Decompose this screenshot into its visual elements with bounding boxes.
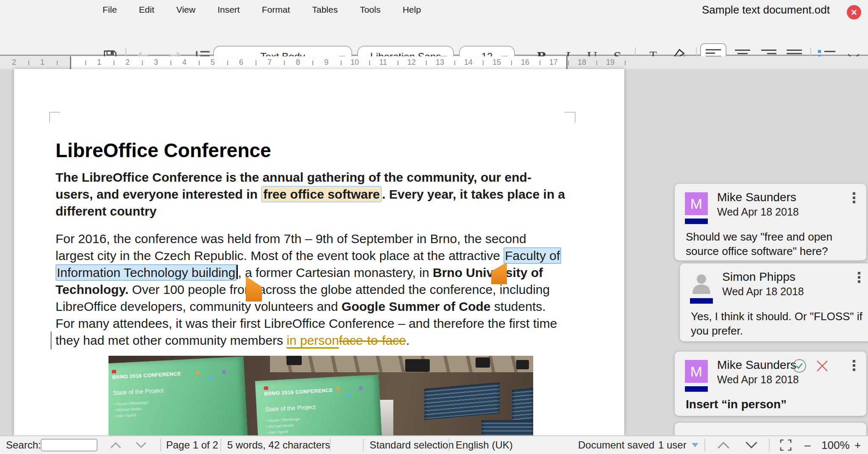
menu-tables[interactable]: Tables (312, 5, 338, 15)
menu-file[interactable]: File (103, 5, 117, 15)
menu-view[interactable]: View (176, 5, 195, 15)
comment-date: Wed Apr 18 2018 (717, 374, 799, 386)
ruler-number: 2 (12, 58, 16, 67)
ruler-number: 3 (154, 58, 158, 67)
search-next-button[interactable] (135, 436, 147, 454)
ruler-number: 12 (407, 58, 416, 67)
photo-window (424, 382, 500, 420)
ruler[interactable]: 2112345678910111213141516171819 (0, 56, 868, 69)
zoom-in-button[interactable]: + (854, 436, 861, 454)
search-input[interactable] (41, 439, 97, 451)
text-run: students. (491, 299, 546, 313)
comment-card-partial[interactable] (675, 423, 866, 435)
conference-photo[interactable]: BRNO 2016 CONFERENCE State of the Projec… (108, 356, 533, 435)
reject-change-button[interactable] (815, 358, 830, 374)
ruler-tick (227, 61, 228, 65)
ruler-tick (114, 61, 114, 65)
menu-edit[interactable]: Edit (139, 5, 154, 15)
ruler-number: 1 (40, 58, 45, 67)
ruler-tick (57, 61, 58, 65)
document-text-line[interactable]: Technology. Over 100 people from across … (56, 281, 561, 298)
intro-paragraph[interactable]: The LibreOffice Conference is the annual… (56, 169, 565, 220)
ruler-tick (511, 61, 512, 65)
ruler-number: 7 (267, 58, 272, 67)
menu-tools[interactable]: Tools (360, 5, 381, 15)
zoom-fit-button[interactable] (779, 436, 793, 454)
comment-date: Wed Apr 18 2018 (717, 206, 799, 218)
word-count-status[interactable]: 5 words, 42 characters (227, 436, 330, 454)
ruler-tick (568, 61, 569, 65)
margin-corner-mark (565, 112, 576, 123)
menu-insert[interactable]: Insert (217, 5, 240, 15)
slide-logo-text: BRNO 2016 CONFERENCE (112, 371, 181, 380)
ruler-number: 18 (578, 58, 586, 67)
comment-card[interactable]: MMike SaundersWed Apr 18 2018Should we s… (675, 184, 866, 260)
accept-check-icon (792, 358, 807, 374)
prev-page-button[interactable] (716, 436, 731, 454)
zoom-level[interactable]: 100% (821, 436, 850, 454)
ruler-number: 17 (549, 58, 558, 67)
toolbar: Text Body Liberation Sans 12 B I U S T (0, 19, 868, 56)
comment-menu-button[interactable] (858, 272, 860, 283)
search-label: Search: (6, 436, 41, 454)
chevron-up-icon (109, 441, 122, 449)
user-count-status[interactable]: 1 user (658, 436, 698, 454)
document-text-line[interactable]: LibreOffice developers, community volunt… (56, 298, 561, 315)
document-text-line[interactable]: largest city in the Czech Republic. Most… (56, 247, 561, 264)
menu-help[interactable]: Help (403, 5, 421, 15)
text-run: . Every year, it takes place in a (382, 187, 565, 201)
text-run: For many attendees, it was their first L… (56, 316, 557, 330)
close-button[interactable]: ✕ (847, 5, 861, 19)
ruler-number: 13 (436, 58, 444, 67)
ruler-number: 16 (521, 58, 529, 67)
search-prev-button[interactable] (109, 436, 122, 454)
next-page-button[interactable] (744, 436, 759, 454)
language-status[interactable]: English (UK) (456, 436, 513, 454)
chevron-up-icon (716, 441, 731, 449)
document-text-line[interactable]: The LibreOffice Conference is the annual… (56, 169, 565, 186)
ruler-number: 4 (182, 58, 186, 67)
ruler-number: 19 (606, 58, 615, 67)
document-text-line[interactable]: different country (56, 203, 565, 220)
avatar (690, 272, 713, 295)
comment-author: Simon Phipps (722, 270, 796, 284)
chevron-down-icon (692, 443, 698, 447)
ruler-tick (170, 61, 171, 65)
selected-text: Faculty of (504, 247, 561, 264)
ruler-tick (142, 61, 143, 65)
menu-format[interactable]: Format (262, 5, 290, 15)
page-number-status[interactable]: Page 1 of 2 (166, 436, 218, 454)
photo-speaker (287, 356, 302, 365)
document-text-line[interactable]: users, and everyone interested in free o… (56, 186, 565, 203)
document-text-line[interactable]: For many attendees, it was their first L… (56, 315, 561, 332)
ruler-number: 8 (296, 58, 300, 67)
ruler-number: 9 (324, 58, 328, 67)
ruler-left-margin-marker[interactable] (70, 56, 71, 69)
text-run: Google Summer of Code (342, 299, 491, 313)
text-run: The LibreOffice Conference is the annual… (56, 170, 531, 184)
ruler-tick (625, 61, 626, 65)
selection-mode-status[interactable]: Standard selection (370, 436, 454, 454)
zoom-out-button[interactable]: – (804, 436, 810, 454)
slide-title: State of the Project (265, 400, 380, 412)
ruler-number: 2 (125, 58, 130, 67)
comment-menu-button[interactable] (853, 360, 855, 371)
accept-change-button[interactable] (792, 358, 807, 374)
comment-menu-button[interactable] (853, 192, 855, 203)
comment-card[interactable]: Simon PhippsWed Apr 18 2018Yes, I think … (680, 263, 868, 341)
comment-card[interactable]: MMike SaundersWed Apr 18 2018Insert “in … (675, 352, 866, 416)
ruler-tick (284, 61, 285, 65)
selected-text: Information Technology building (56, 264, 236, 281)
comment-text: Insert “in person” (686, 397, 868, 412)
person-icon (690, 272, 713, 295)
document-text-line[interactable]: they had met other community members in … (56, 332, 561, 349)
photo-speaker (476, 357, 490, 368)
text-run: . (406, 333, 409, 347)
ruler-tick (199, 61, 200, 65)
body-paragraph[interactable]: For 2016, the conference was held from 7… (56, 230, 561, 349)
document-heading[interactable]: LibreOffice Conference (56, 139, 271, 162)
ruler-number: 5 (211, 58, 215, 67)
ruler-number: 1 (97, 58, 101, 67)
document-text-line[interactable]: For 2016, the conference was held from 7… (56, 230, 561, 247)
document-text-line[interactable]: Information Technology building, a forme… (56, 264, 561, 281)
